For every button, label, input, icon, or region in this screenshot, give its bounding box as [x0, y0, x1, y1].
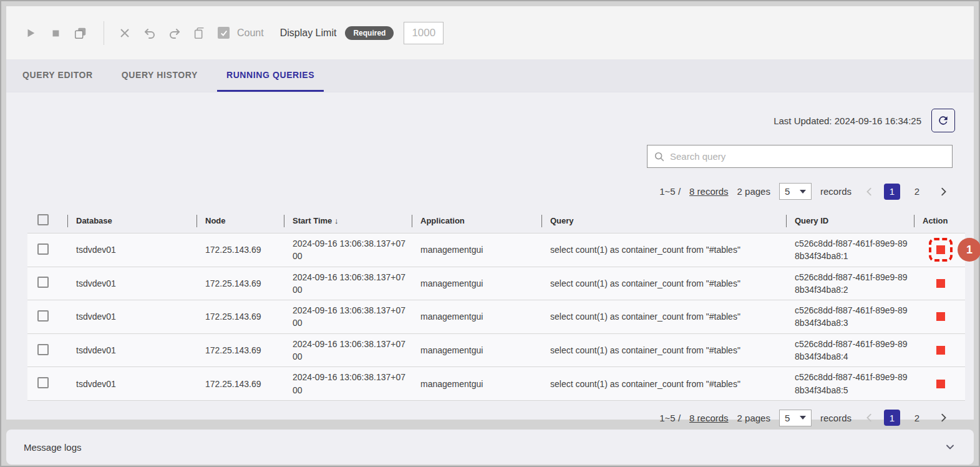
running-queries-content: Last Updated: 2024-09-16 16:34:25 1~5 / … — [6, 92, 974, 426]
refresh-icon — [937, 114, 949, 127]
redo-icon[interactable] — [168, 26, 182, 40]
page-number-2[interactable]: 2 — [909, 184, 925, 200]
page-size-select[interactable]: 5 — [779, 410, 812, 426]
next-page-icon[interactable] — [938, 412, 949, 423]
cell-node: 172.25.143.69 — [196, 367, 284, 401]
prev-page-icon[interactable] — [864, 412, 875, 423]
message-logs-title: Message logs — [24, 442, 82, 453]
running-queries-table: Database Node Start Time ↓ Application Q… — [27, 209, 953, 401]
page-size-select[interactable]: 5 — [779, 183, 812, 200]
stop-query-button[interactable] — [936, 312, 945, 321]
page-number-1[interactable]: 1 — [884, 410, 900, 426]
table-row: tsdvdev01172.25.143.692024-09-16 13:06:3… — [27, 234, 965, 267]
cell-database: tsdvdev01 — [67, 234, 196, 267]
dropdown-arrow-icon — [800, 190, 806, 194]
cell-query-id: c526c8dd-f887-461f-89e9-898b34f34ba8:3 — [786, 300, 914, 334]
cell-query: select count(1) as container_count from … — [541, 300, 786, 334]
search-input[interactable] — [670, 151, 946, 162]
cell-query-id: c526c8dd-f887-461f-89e9-898b34f34ba8:1 — [786, 234, 914, 267]
sort-desc-icon[interactable]: ↓ — [334, 216, 339, 225]
header-start-time-label: Start Time — [293, 216, 332, 225]
cell-start-time: 2024-09-16 13:06:38.137+0700 — [284, 267, 412, 300]
display-limit-input[interactable] — [404, 22, 444, 44]
cell-query: select count(1) as container_count from … — [541, 267, 786, 300]
table-row: tsdvdev01172.25.143.692024-09-16 13:06:3… — [27, 333, 965, 367]
pages-count: 2 pages — [737, 413, 770, 423]
stop-query-button[interactable] — [936, 380, 945, 388]
execute-stack-icon[interactable] — [74, 26, 87, 40]
header-query-id[interactable]: Query ID — [786, 209, 914, 234]
cell-query: select count(1) as container_count from … — [541, 234, 786, 267]
cell-database: tsdvdev01 — [67, 367, 196, 401]
cell-node: 172.25.143.69 — [196, 333, 284, 367]
cell-application: managementgui — [412, 267, 541, 300]
cell-node: 172.25.143.69 — [196, 300, 284, 334]
play-icon[interactable] — [24, 26, 37, 40]
records-count-link[interactable]: 8 records — [689, 186, 729, 197]
next-page-icon[interactable] — [938, 186, 949, 197]
cell-query: select count(1) as container_count from … — [541, 333, 786, 367]
clear-icon[interactable] — [118, 26, 132, 40]
header-node[interactable]: Node — [196, 209, 284, 234]
page-size-value: 5 — [785, 186, 790, 197]
header-application[interactable]: Application — [412, 209, 541, 234]
table-row: tsdvdev01172.25.143.692024-09-16 13:06:3… — [27, 367, 965, 401]
display-limit-label: Display Limit — [280, 27, 337, 39]
query-app-panel: Count Display Limit Required QUERY EDITO… — [6, 6, 974, 420]
cell-query-id: c526c8dd-f887-461f-89e9-898b34f34ba8:4 — [786, 333, 914, 367]
header-start-time[interactable]: Start Time ↓ — [284, 209, 412, 234]
table-row: tsdvdev01172.25.143.692024-09-16 13:06:3… — [27, 267, 965, 300]
table-header-row: Database Node Start Time ↓ Application Q… — [27, 209, 965, 234]
stop-icon[interactable] — [49, 26, 62, 40]
tab-query-editor[interactable]: QUERY EDITOR — [13, 59, 102, 92]
chevron-down-icon[interactable] — [944, 441, 956, 453]
cell-query-id: c526c8dd-f887-461f-89e9-898b34f34ba8:5 — [786, 367, 914, 401]
cell-application: managementgui — [412, 234, 541, 267]
cell-start-time: 2024-09-16 13:06:38.137+0700 — [284, 333, 412, 367]
cell-database: tsdvdev01 — [67, 333, 196, 367]
cell-application: managementgui — [412, 367, 541, 401]
stop-query-button[interactable] — [936, 279, 945, 288]
count-label: Count — [237, 27, 264, 39]
last-updated-text: Last Updated: 2024-09-16 16:34:25 — [774, 116, 921, 126]
cell-database: tsdvdev01 — [67, 267, 196, 300]
pages-count: 2 pages — [737, 186, 770, 197]
records-suffix: records — [820, 413, 851, 423]
copy-icon[interactable] — [193, 26, 206, 40]
table-row: tsdvdev01172.25.143.692024-09-16 13:06:3… — [27, 300, 965, 334]
header-action: Action — [914, 209, 965, 234]
search-icon — [654, 151, 665, 162]
page-number-2[interactable]: 2 — [909, 410, 925, 426]
cell-node: 172.25.143.69 — [196, 234, 284, 267]
search-box — [647, 145, 953, 168]
tab-running-queries[interactable]: RUNNING QUERIES — [217, 59, 324, 92]
records-suffix: records — [820, 186, 851, 197]
row-checkbox[interactable] — [37, 243, 49, 255]
row-checkbox[interactable] — [37, 377, 49, 388]
tabbar: QUERY EDITOR QUERY HISTORY RUNNING QUERI… — [6, 59, 974, 92]
stop-query-button[interactable] — [936, 346, 945, 355]
prev-page-icon[interactable] — [864, 186, 875, 197]
header-database[interactable]: Database — [67, 209, 196, 234]
tab-query-history[interactable]: QUERY HISTORY — [112, 59, 207, 92]
undo-icon[interactable] — [143, 26, 157, 40]
dropdown-arrow-icon — [800, 416, 806, 420]
refresh-button[interactable] — [931, 109, 955, 132]
row-checkbox[interactable] — [37, 310, 49, 322]
records-count-link[interactable]: 8 records — [689, 413, 729, 423]
cell-node: 172.25.143.69 — [196, 267, 284, 300]
row-checkbox[interactable] — [37, 344, 49, 355]
header-query[interactable]: Query — [541, 209, 786, 234]
cell-query-id: c526c8dd-f887-461f-89e9-898b34f34ba8:2 — [786, 267, 914, 300]
record-range: 1~5 / — [659, 186, 681, 197]
select-all-checkbox[interactable] — [37, 214, 49, 225]
page-number-1[interactable]: 1 — [884, 184, 900, 200]
message-logs-bar[interactable]: Message logs — [6, 430, 974, 465]
cell-database: tsdvdev01 — [67, 300, 196, 334]
cell-start-time: 2024-09-16 13:06:38.137+0700 — [284, 300, 412, 334]
count-checkbox[interactable] — [218, 27, 230, 39]
table-body: tsdvdev01172.25.143.692024-09-16 13:06:3… — [27, 234, 965, 401]
stop-query-button[interactable] — [936, 245, 945, 254]
row-checkbox[interactable] — [37, 277, 49, 288]
annotation-badge: 1 — [958, 238, 980, 262]
